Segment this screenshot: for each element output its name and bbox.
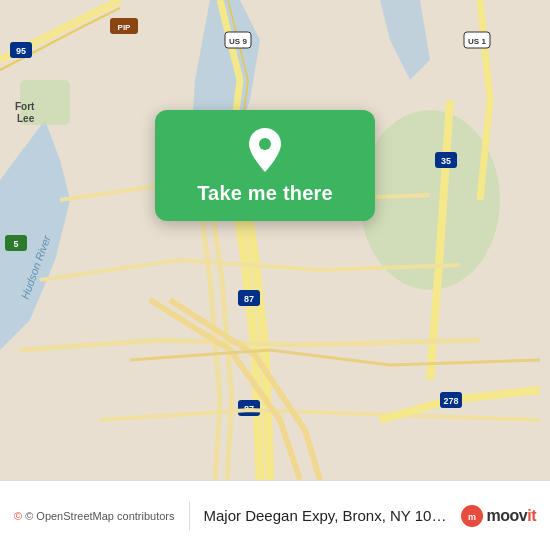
osm-credit-text: © OpenStreetMap contributors: [25, 510, 174, 522]
svg-text:278: 278: [443, 396, 458, 406]
moovit-logo: m moovit: [461, 505, 536, 527]
svg-text:5: 5: [13, 239, 18, 249]
moovit-icon: m: [461, 505, 483, 527]
bottom-bar: © © OpenStreetMap contributors Major Dee…: [0, 480, 550, 550]
osm-credit: © © OpenStreetMap contributors: [14, 510, 175, 522]
svg-text:US 9: US 9: [229, 37, 247, 46]
map-view: 87 87 278 5 95 PIP US 9 US 1 35: [0, 0, 550, 480]
location-card[interactable]: Take me there: [155, 110, 375, 221]
svg-text:Lee: Lee: [17, 113, 35, 124]
divider: [189, 501, 190, 531]
address-label: Major Deegan Expy, Bronx, NY 10451, New …: [204, 507, 453, 524]
svg-text:Fort: Fort: [15, 101, 35, 112]
take-me-there-button[interactable]: Take me there: [197, 182, 333, 205]
map-svg: 87 87 278 5 95 PIP US 9 US 1 35: [0, 0, 550, 480]
copyright-symbol: ©: [14, 510, 22, 522]
svg-text:87: 87: [244, 294, 254, 304]
svg-text:35: 35: [441, 156, 451, 166]
moovit-text: moovit: [487, 507, 536, 525]
svg-point-27: [259, 138, 271, 150]
svg-text:PIP: PIP: [118, 23, 132, 32]
svg-text:m: m: [468, 512, 476, 522]
svg-text:US 1: US 1: [468, 37, 486, 46]
svg-point-4: [360, 110, 500, 290]
location-pin-icon: [243, 128, 287, 172]
svg-text:95: 95: [16, 46, 26, 56]
